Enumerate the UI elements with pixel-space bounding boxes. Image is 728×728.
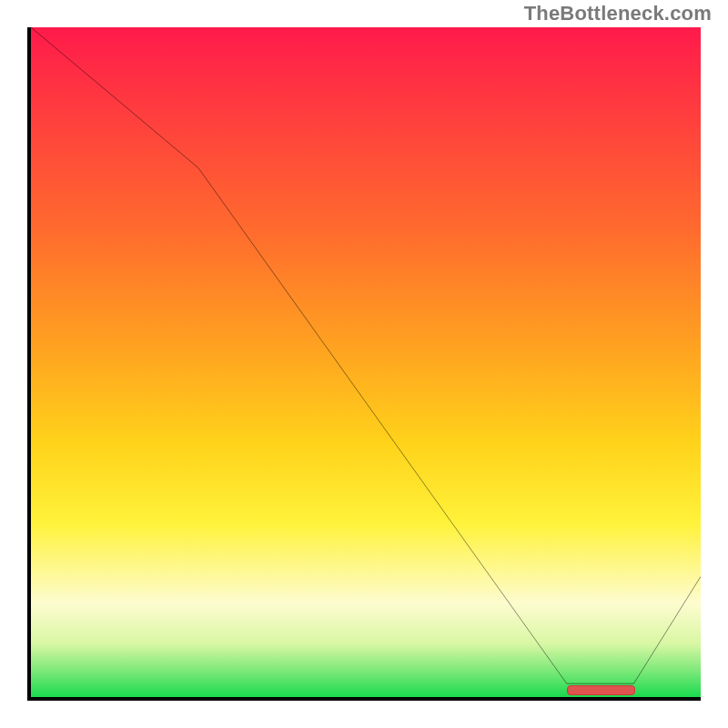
chart-root: TheBottleneck.com (0, 0, 728, 728)
plot-area (27, 27, 701, 701)
data-curve (31, 27, 701, 697)
optimal-range-marker (567, 685, 636, 695)
attribution-label: TheBottleneck.com (524, 2, 712, 25)
